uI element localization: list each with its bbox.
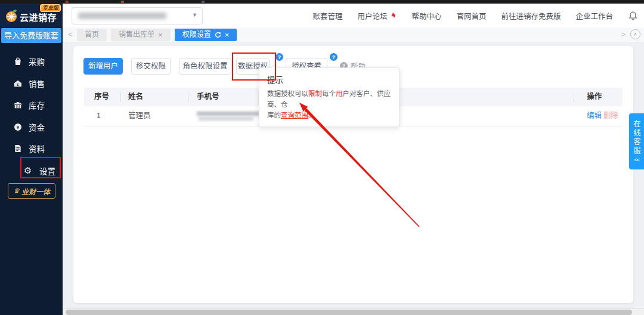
transfer-permission-button[interactable]: 移交权限 <box>131 58 171 75</box>
sidebar-item-label: 采购 <box>29 55 45 67</box>
collapse-arrows-icon: << <box>634 157 639 163</box>
account-set-select[interactable]: ▼ <box>72 7 203 24</box>
tab-home[interactable]: 首页 <box>77 29 107 41</box>
add-user-button[interactable]: 新增用户 <box>83 58 123 75</box>
scrollbar-thumb[interactable] <box>66 310 632 315</box>
top-header: ▼ 账套管理 用户论坛 帮助中心 官网首页 前往进销存免费版 企业工作台 <box>63 4 644 28</box>
close-icon[interactable]: × <box>225 31 230 39</box>
close-icon[interactable]: × <box>158 31 163 39</box>
strip-dot <box>202 1 205 3</box>
sidebar-item-purchase[interactable]: 采购 <box>0 52 63 70</box>
business-finance-promo-button[interactable]: ♛ 业财一体 <box>8 183 55 199</box>
cell-index: 1 <box>97 106 101 126</box>
collapse-circle-icon[interactable]: ∧ <box>630 29 640 39</box>
sidebar-item-label: 资金 <box>29 121 45 133</box>
strip-dot <box>66 1 69 3</box>
online-service-tab[interactable]: 在线客服 << <box>629 113 644 169</box>
cell-name: 管理员 <box>128 106 151 126</box>
sidebar-item-sales[interactable]: $ 销售 <box>0 75 63 92</box>
divider <box>120 92 121 101</box>
tooltip-text: 库的 <box>267 112 281 119</box>
role-permission-settings-button[interactable]: 角色权限设置 <box>179 58 231 75</box>
nav-enterprise-workbench[interactable]: 企业工作台 <box>575 10 613 21</box>
sidebar-item-label: 资料 <box>29 143 45 155</box>
col-actions: 操作 <box>587 88 602 106</box>
crown-icon: ♛ <box>13 187 20 195</box>
tabs-scroll-right-icon[interactable]: > <box>621 30 626 39</box>
tabs-scroll-left-icon[interactable]: < <box>68 30 73 39</box>
cell-phone-redacted <box>197 112 259 116</box>
strip-dot <box>121 1 124 3</box>
question-circle-icon[interactable]: ? <box>275 53 283 61</box>
nav-user-forum[interactable]: 用户论坛 <box>357 10 397 21</box>
promo-label: 业财一体 <box>21 186 50 196</box>
col-phone: 手机号 <box>197 88 219 106</box>
tabs: 首页 销售出库单× 权限设置 × <box>77 29 237 41</box>
sidebar: 云进销存 专业版 导入免费版账套 采购 $ 销售 库存 ¥ 资金 资料 ⚙ 设置 <box>0 4 63 315</box>
online-service-label: 在线客服 <box>631 120 642 156</box>
sidebar-item-label: 销售 <box>29 78 45 89</box>
citrus-logo-icon <box>4 9 18 23</box>
materials-icon <box>13 144 23 153</box>
sidebar-item-inventory[interactable]: 库存 <box>0 96 63 114</box>
divider <box>574 92 574 101</box>
question-circle-icon[interactable]: ? <box>330 53 338 61</box>
funds-icon: ¥ <box>13 122 23 132</box>
settings-gear-icon: ⚙ <box>24 166 33 175</box>
tooltip-text: 。 <box>308 112 315 119</box>
col-name: 姓名 <box>128 88 143 106</box>
chevron-down-icon: ▼ <box>192 12 197 18</box>
nav-account-management[interactable]: 账套管理 <box>312 10 342 21</box>
logo-area: 云进销存 专业版 <box>0 4 63 27</box>
inventory-icon <box>13 100 23 110</box>
tooltip-highlight: 查询范围 <box>281 112 308 119</box>
app-title: 云进销存 <box>20 11 57 23</box>
horizontal-scrollbar <box>63 308 644 315</box>
app-window: 云进销存 专业版 导入免费版账套 采购 $ 销售 库存 ¥ 资金 资料 ⚙ 设置 <box>0 0 644 315</box>
cell-phone-redacted <box>199 117 253 121</box>
nav-free-version[interactable]: 前往进销存免费版 <box>501 10 561 21</box>
tabbar-right-controls: > ∧ <box>621 29 640 39</box>
nav-official-site[interactable]: 官网首页 <box>456 10 486 21</box>
account-name-redacted <box>78 13 166 19</box>
tooltip-highlight: 限制 <box>308 90 322 97</box>
sidebar-item-settings[interactable]: ⚙ 设置 <box>0 162 63 180</box>
data-auth-tooltip: 提示 数据授权可以限制每个用户对客户、供应商、仓 库的查询范围。 <box>259 67 400 127</box>
tooltip-highlight: 用户 <box>336 90 349 97</box>
divider <box>188 92 188 101</box>
sales-icon: $ <box>13 79 23 88</box>
tooltip-body: 数据授权可以限制每个用户对客户、供应商、仓 库的查询范围。 <box>267 89 391 121</box>
pro-badge: 专业版 <box>40 4 61 12</box>
col-index: 序号 <box>94 88 109 106</box>
browser-strip <box>0 0 644 4</box>
sidebar-item-funds[interactable]: ¥ 资金 <box>0 118 63 136</box>
import-free-account-button[interactable]: 导入免费版账套 <box>1 28 61 43</box>
sidebar-item-materials[interactable]: 资料 <box>0 140 63 158</box>
tab-bar: < 首页 销售出库单× 权限设置 × > ∧ <box>63 27 644 43</box>
purchase-icon <box>13 57 23 66</box>
tooltip-text: 数据授权可以 <box>267 90 308 97</box>
bell-icon[interactable] <box>628 11 638 21</box>
tooltip-text: 每个 <box>322 90 336 97</box>
top-nav: 账套管理 用户论坛 帮助中心 官网首页 前往进销存免费版 企业工作台 <box>312 4 638 27</box>
sidebar-item-label: 库存 <box>29 99 45 111</box>
tab-sales-outbound[interactable]: 销售出库单× <box>111 29 171 41</box>
sidebar-item-label: 设置 <box>39 165 55 177</box>
refresh-icon[interactable] <box>215 32 221 38</box>
edit-link[interactable]: 编辑 <box>587 106 602 126</box>
delete-link[interactable]: 删除 <box>603 106 618 126</box>
tooltip-title: 提示 <box>267 73 391 85</box>
nav-help-center[interactable]: 帮助中心 <box>411 10 441 21</box>
hot-flame-icon <box>389 12 397 20</box>
tab-permission-settings[interactable]: 权限设置 × <box>175 29 237 41</box>
